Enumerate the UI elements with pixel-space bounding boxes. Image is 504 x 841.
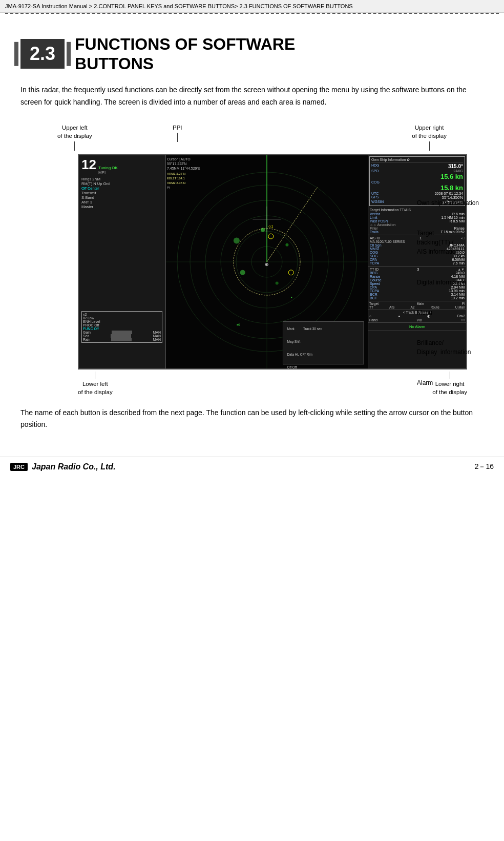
radar-left-panel: 12 Tuning OK MPI Rings 2NM RM(T) N Up Gr… [79, 155, 166, 368]
svg-point-11 [240, 270, 245, 275]
conclusion-paragraph: The name of each button is described fro… [20, 407, 484, 432]
svg-point-14 [268, 234, 274, 239]
radar-screen: 12 Tuning OK MPI Rings 2NM RM(T) N Up Gr… [78, 154, 467, 370]
left-line-3: Off Center [81, 186, 163, 191]
range-display: 12 [81, 157, 96, 173]
section-number: 2.3 [20, 39, 65, 69]
diagram-area: Upper left of the display PPI Upper righ… [20, 124, 484, 396]
breadcrumb: JMA-9172-SA Instruction Manual > 2.CONTR… [0, 0, 504, 13]
svg-line-21 [267, 188, 318, 262]
svg-text:Map Shft: Map Shft [287, 340, 300, 344]
svg-text:EBL2T  164.1: EBL2T 164.1 [167, 177, 185, 180]
svg-point-9 [261, 228, 265, 232]
ppi-svg: ◇1 ⊕ Cursor [ AUTO [166, 155, 368, 368]
company-name: Japan Radio Co., Ltd. [32, 462, 116, 471]
svg-point-15 [288, 270, 293, 275]
intro-paragraph: In this radar, the frequently used funct… [20, 84, 484, 109]
annotation-own-ships: Own ship's information [417, 198, 504, 208]
left-line-2: RM(T) N Up Grd [81, 181, 163, 186]
svg-text:Mark: Mark [287, 327, 295, 331]
main-content: 2.3 FUNCTIONS OF SOFTWARE BUTTONS In thi… [0, 14, 504, 441]
jrc-logo-area: JRC Japan Radio Co., Ltd. [10, 462, 116, 471]
svg-text:Pl: Pl [167, 186, 170, 189]
svg-text:•4: •4 [237, 323, 240, 326]
ppi-display: ◇1 ⊕ Cursor [ AUTO [166, 155, 368, 368]
svg-text:55°17.222'N: 55°17.222'N [167, 162, 186, 166]
left-line-1: Rings 2NM [81, 177, 163, 181]
spd-value: 15.6 kn [440, 173, 463, 180]
label-upper-left: Upper left of the display [57, 124, 92, 150]
svg-text:7.45NM  11°44.529'E: 7.45NM 11°44.529'E [167, 167, 200, 170]
label-lower-left: Lower left of the display [78, 372, 113, 396]
svg-text:Track  30 sec: Track 30 sec [303, 327, 323, 331]
annotation-menu: Menu [417, 308, 504, 317]
left-line-7: Master [81, 204, 163, 209]
annotation-alarm: Alarm [417, 378, 504, 387]
svg-text:Cursor   [ AUTO: Cursor [ AUTO [167, 157, 191, 161]
page-number: 2－16 [475, 462, 494, 471]
label-ppi: PPI [173, 124, 182, 142]
left-line-4: Transmit [81, 191, 163, 195]
svg-text:VRM1  3.27  N: VRM1 3.27 N [167, 172, 185, 175]
svg-point-10 [285, 243, 288, 247]
left-line-6: ANT 3 [81, 200, 163, 204]
svg-text:•: • [291, 295, 292, 299]
svg-text:◇1: ◇1 [268, 225, 273, 229]
footer: JRC Japan Radio Co., Ltd. 2－16 [0, 457, 504, 477]
section-title: FUNCTIONS OF SOFTWARE BUTTONS [75, 34, 295, 74]
annotation-digital-info: Digital information [417, 278, 504, 287]
svg-point-12 [276, 282, 279, 285]
section-header: 2.3 FUNCTIONS OF SOFTWARE BUTTONS [20, 34, 484, 74]
svg-point-13 [234, 238, 240, 244]
svg-text:Data  HL  CP/ Rim: Data HL CP/ Rim [287, 353, 312, 356]
tuning-status: Tuning OK [98, 166, 118, 170]
mpi-label: MPI [98, 170, 118, 175]
annotation-target-tracking: Target tracking(TT) / AIS information [417, 229, 504, 256]
jrc-badge: JRC [10, 463, 28, 471]
annotation-brilliance: Brilliance/ Display information [417, 338, 504, 357]
svg-text:VRM2  2.35  N: VRM2 2.35 N [167, 181, 185, 184]
svg-text:Off  Off: Off Off [287, 365, 297, 368]
svg-text:⊕: ⊕ [265, 262, 269, 268]
right-annotations: Own ship's information Target tracking(T… [417, 185, 504, 400]
label-upper-right: Upper right of the display [412, 124, 447, 150]
left-line-5: S-Band [81, 195, 163, 200]
hdg-value: 315.0° [448, 163, 463, 169]
